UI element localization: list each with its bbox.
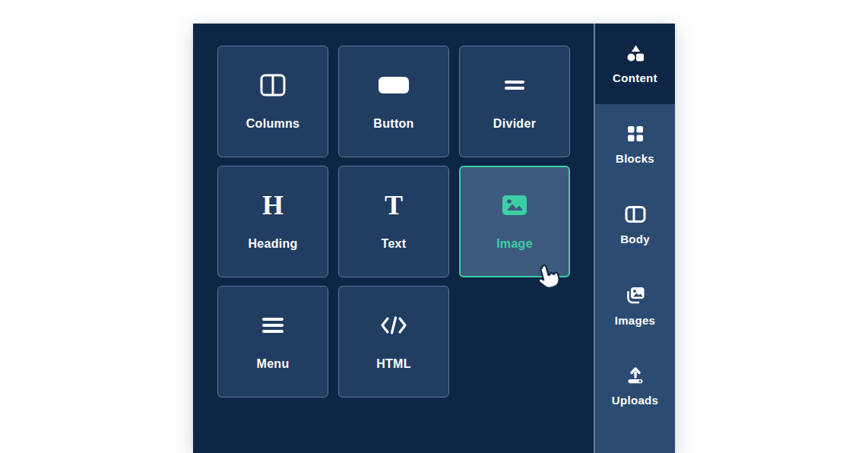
content-tiles-grid: Columns Button Divider H — [217, 46, 594, 398]
image-icon — [501, 193, 528, 217]
content-tools-window: Columns Button Divider H — [193, 24, 675, 453]
body-layout-icon — [625, 205, 646, 226]
menu-icon — [261, 313, 284, 337]
tab-content[interactable]: Content — [595, 24, 675, 104]
tile-label: Menu — [257, 357, 290, 371]
tile-label: Button — [373, 117, 413, 131]
tab-blocks[interactable]: Blocks — [595, 104, 675, 185]
tab-images[interactable]: Images — [595, 265, 675, 346]
tab-body[interactable]: Body — [595, 185, 675, 265]
heading-icon: H — [262, 193, 284, 217]
text-icon: T — [385, 193, 403, 217]
tile-label: Heading — [248, 237, 297, 251]
html-icon — [380, 313, 407, 337]
tile-label: Text — [382, 237, 407, 251]
tab-label: Body — [620, 233, 650, 246]
columns-icon — [260, 73, 286, 97]
blocks-grid-icon — [626, 125, 645, 146]
tab-label: Content — [613, 71, 657, 84]
tile-label: HTML — [376, 357, 411, 371]
upload-icon — [626, 366, 645, 388]
button-icon — [378, 73, 410, 97]
content-tools-panel: Columns Button Divider H — [193, 24, 594, 453]
editor-stage: Columns Button Divider H — [0, 0, 868, 453]
tab-uploads[interactable]: Uploads — [595, 346, 675, 426]
images-stack-icon — [625, 285, 646, 308]
tile-columns[interactable]: Columns — [217, 46, 328, 157]
tab-label: Blocks — [616, 152, 654, 165]
heading-glyph: H — [262, 192, 284, 219]
tile-button[interactable]: Button — [338, 46, 449, 157]
tile-label: Divider — [493, 117, 536, 131]
divider-icon — [504, 73, 525, 97]
tile-label: Columns — [246, 117, 300, 131]
tile-heading[interactable]: H Heading — [217, 166, 328, 277]
tile-text[interactable]: T Text — [338, 166, 449, 277]
tile-menu[interactable]: Menu — [217, 286, 328, 398]
tab-label: Uploads — [612, 394, 658, 407]
tile-label: Image — [496, 237, 533, 251]
tab-label: Images — [615, 314, 656, 327]
text-glyph: T — [385, 192, 403, 219]
tile-html[interactable]: HTML — [338, 286, 449, 398]
editor-sidebar: Content Blocks Body Images — [594, 24, 675, 453]
tile-image[interactable]: Image — [459, 166, 570, 277]
tile-divider[interactable]: Divider — [459, 46, 570, 157]
shapes-icon — [626, 44, 645, 65]
